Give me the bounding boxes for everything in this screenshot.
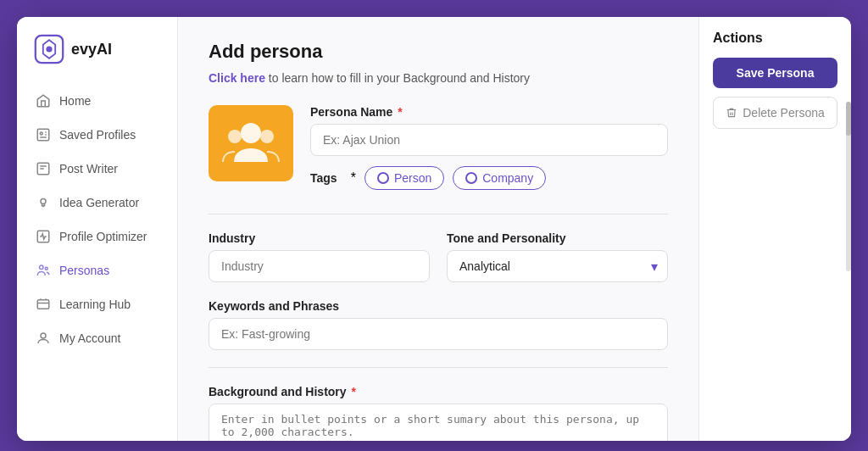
learning-hub-icon	[36, 297, 51, 312]
industry-label: Industry	[209, 231, 430, 245]
tone-label: Tone and Personality	[447, 231, 668, 245]
sidebar-item-profile-optimizer[interactable]: Profile Optimizer	[25, 220, 169, 253]
sidebar-item-saved-profiles-label: Saved Profiles	[59, 128, 136, 142]
background-section: Background and History *	[209, 385, 668, 441]
svg-point-11	[241, 123, 261, 143]
keywords-input[interactable]	[209, 318, 668, 350]
svg-rect-9	[37, 300, 49, 309]
svg-rect-2	[37, 129, 49, 141]
subtitle-text: Click here to learn how to fill in your …	[209, 71, 668, 85]
divider-1	[209, 214, 668, 214]
saved-profiles-icon	[36, 127, 51, 142]
logo-text: evyAI	[71, 41, 112, 58]
profile-optimizer-icon	[36, 229, 51, 244]
click-here-link[interactable]: Click here	[209, 71, 265, 85]
persona-fields: Persona Name * Tags * Person Company	[310, 105, 668, 190]
divider-2	[209, 367, 668, 368]
tag-company-label: Company	[482, 171, 533, 185]
sidebar-item-my-account-label: My Account	[59, 331, 120, 345]
background-required: *	[348, 385, 356, 398]
sidebar-item-learning-hub[interactable]: Learning Hub	[25, 288, 169, 320]
tags-label: Tags	[310, 171, 337, 185]
svg-point-12	[228, 130, 242, 143]
svg-point-13	[260, 130, 274, 143]
background-textarea[interactable]	[209, 404, 668, 441]
industry-field: Industry	[209, 231, 430, 282]
save-persona-button[interactable]: Save Persona	[713, 58, 837, 88]
svg-point-5	[41, 199, 46, 204]
logo-icon	[34, 34, 64, 64]
home-icon	[36, 93, 51, 109]
tag-company[interactable]: Company	[453, 166, 546, 190]
sidebar-item-home-label: Home	[59, 94, 91, 108]
persona-name-label: Persona Name *	[310, 105, 668, 119]
delete-persona-button[interactable]: Delete Persona	[713, 97, 837, 129]
tone-select-wrapper: Analytical Professional Casual Friendly …	[447, 250, 668, 282]
tag-person[interactable]: Person	[364, 166, 444, 190]
persona-header: Persona Name * Tags * Person Company	[209, 105, 668, 190]
tag-person-radio	[377, 172, 389, 184]
tag-person-label: Person	[394, 171, 431, 185]
industry-input[interactable]	[209, 250, 430, 282]
actions-panel: Actions Save Persona Delete Persona	[698, 17, 851, 441]
sidebar-item-personas-label: Personas	[59, 264, 109, 277]
sidebar-item-my-account[interactable]: My Account	[25, 322, 169, 354]
sidebar-item-learning-hub-label: Learning Hub	[59, 298, 131, 311]
svg-point-8	[45, 267, 47, 270]
scroll-thumb[interactable]	[846, 102, 851, 136]
post-writer-icon	[36, 161, 51, 176]
keywords-section: Keywords and Phrases	[209, 299, 668, 350]
tags-required: *	[351, 170, 356, 186]
sidebar-item-home[interactable]: Home	[25, 85, 169, 117]
svg-point-3	[40, 132, 42, 135]
sidebar-item-saved-profiles[interactable]: Saved Profiles	[25, 119, 169, 151]
logo-area: evyAI	[17, 34, 177, 85]
subtitle-detail: to learn how to fill in your Background …	[265, 71, 530, 85]
sidebar-item-profile-optimizer-label: Profile Optimizer	[59, 230, 147, 243]
svg-point-1	[46, 46, 52, 52]
scroll-track	[846, 102, 851, 271]
sidebar-item-post-writer[interactable]: Post Writer	[25, 153, 169, 185]
svg-point-7	[40, 265, 44, 270]
sidebar-item-personas[interactable]: Personas	[25, 254, 169, 287]
tone-select[interactable]: Analytical Professional Casual Friendly …	[447, 250, 668, 282]
background-label: Background and History *	[209, 385, 668, 398]
idea-generator-icon	[36, 195, 51, 210]
sidebar: evyAI Home Saved Profiles Post Writer Id…	[17, 17, 178, 441]
required-marker: *	[394, 105, 402, 119]
sidebar-item-idea-generator-label: Idea Generator	[59, 196, 139, 209]
delete-label: Delete Persona	[743, 106, 825, 120]
svg-point-10	[41, 333, 46, 338]
sidebar-item-post-writer-label: Post Writer	[59, 162, 118, 175]
keywords-label: Keywords and Phrases	[209, 299, 668, 313]
sidebar-item-idea-generator[interactable]: Idea Generator	[25, 187, 169, 219]
page-title: Add persona	[209, 41, 668, 63]
account-icon	[36, 331, 51, 346]
persona-avatar	[209, 105, 293, 181]
tag-company-radio	[465, 172, 477, 184]
persona-avatar-icon	[221, 118, 281, 169]
tone-field: Tone and Personality Analytical Professi…	[447, 231, 668, 282]
app-window: evyAI Home Saved Profiles Post Writer Id…	[17, 17, 851, 441]
persona-name-input[interactable]	[310, 124, 668, 156]
personas-icon	[36, 263, 51, 278]
delete-icon	[726, 107, 737, 119]
industry-tone-row: Industry Tone and Personality Analytical…	[209, 231, 668, 282]
actions-title: Actions	[713, 31, 837, 46]
nav-items: Home Saved Profiles Post Writer Idea Gen…	[17, 85, 177, 424]
tags-row: Tags * Person Company	[310, 166, 668, 190]
main-content: Add persona Click here to learn how to f…	[178, 17, 698, 441]
